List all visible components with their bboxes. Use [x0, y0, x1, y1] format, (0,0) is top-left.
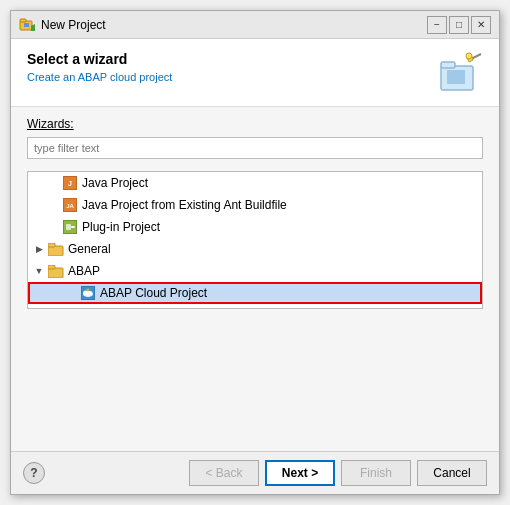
tree-item-label: Plug-in Project [82, 220, 160, 234]
svg-rect-26 [81, 308, 95, 309]
help-button[interactable]: ? [23, 462, 45, 484]
tree-item-label: ABAP Cloud Project [100, 286, 207, 300]
tree-item-abap-project[interactable]: AB ABAP Project [28, 304, 482, 309]
filter-input[interactable] [27, 137, 483, 159]
tree-item-label: ABAP Project [100, 308, 172, 309]
header-title: Select a wizard [27, 51, 172, 67]
tree-item-java-ant[interactable]: JA Java Project from Existing Ant Buildf… [28, 194, 482, 216]
wizard-icon [439, 52, 483, 96]
svg-text:J: J [68, 180, 72, 187]
svg-rect-18 [48, 243, 55, 247]
tree-item-label: General [68, 242, 111, 256]
tree-item-label: Java Project [82, 176, 148, 190]
tree-item-general[interactable]: ▶ General [28, 238, 482, 260]
general-folder-icon [48, 241, 64, 257]
close-button[interactable]: ✕ [471, 16, 491, 34]
plugin-icon [62, 219, 78, 235]
dialog-icon [19, 17, 35, 33]
footer-right: < Back Next > Finish Cancel [189, 460, 487, 486]
expand-general-icon[interactable]: ▶ [32, 242, 46, 256]
title-buttons: − □ ✕ [427, 16, 491, 34]
svg-rect-5 [441, 62, 455, 68]
back-button[interactable]: < Back [189, 460, 259, 486]
dialog-title: New Project [41, 18, 106, 32]
svg-text:JA: JA [66, 203, 74, 209]
tree-item-abap[interactable]: ▼ ABAP [28, 260, 482, 282]
abap-cloud-icon [80, 285, 96, 301]
svg-rect-16 [71, 226, 75, 228]
svg-rect-6 [447, 70, 465, 84]
svg-rect-2 [24, 23, 29, 27]
cancel-button[interactable]: Cancel [417, 460, 487, 486]
tree-item-label: Java Project from Existing Ant Buildfile [82, 198, 287, 212]
header-icon-area [433, 51, 483, 96]
header-text: Select a wizard Create an ABAP cloud pro… [27, 51, 172, 83]
title-bar-left: New Project [19, 17, 106, 33]
java-project-icon: J [62, 175, 78, 191]
footer-left: ? [23, 462, 45, 484]
java-ant-icon: JA [62, 197, 78, 213]
expand-icon [46, 176, 60, 190]
expand-icon [64, 286, 78, 300]
tree-item-java-project[interactable]: J Java Project [28, 172, 482, 194]
title-bar: New Project − □ ✕ [11, 11, 499, 39]
svg-rect-15 [66, 224, 71, 230]
minimize-button[interactable]: − [427, 16, 447, 34]
wizards-section: Wizards: [11, 107, 499, 165]
finish-button[interactable]: Finish [341, 460, 411, 486]
svg-rect-20 [48, 265, 55, 269]
tree-item-label: ABAP [68, 264, 100, 278]
abap-project-icon: AB [80, 307, 96, 309]
header-subtitle: Create an ABAP cloud project [27, 71, 172, 83]
tree-item-plugin[interactable]: Plug-in Project [28, 216, 482, 238]
expand-icon [64, 308, 78, 309]
svg-rect-1 [20, 19, 26, 22]
svg-point-9 [466, 53, 472, 59]
tree-area[interactable]: J Java Project JA Java Project from Exis… [27, 171, 483, 309]
footer-section: ? < Back Next > Finish Cancel [11, 451, 499, 494]
header-section: Select a wizard Create an ABAP cloud pro… [11, 39, 499, 107]
expand-abap-icon[interactable]: ▼ [32, 264, 46, 278]
new-project-dialog: New Project − □ ✕ Select a wizard Create… [10, 10, 500, 495]
wizards-label: Wizards: [27, 117, 483, 131]
next-button[interactable]: Next > [265, 460, 335, 486]
maximize-button[interactable]: □ [449, 16, 469, 34]
abap-folder-icon [48, 263, 64, 279]
tree-item-abap-cloud[interactable]: ABAP Cloud Project [28, 282, 482, 304]
expand-icon [46, 220, 60, 234]
expand-icon [46, 198, 60, 212]
